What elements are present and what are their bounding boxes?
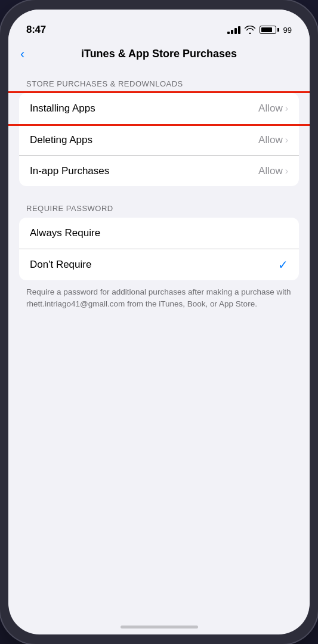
installing-apps-chevron-icon: › — [285, 103, 288, 114]
store-settings-group: Installing Apps Allow › Deleting Apps Al… — [19, 93, 299, 186]
inapp-purchases-chevron-icon: › — [285, 166, 288, 177]
dont-require-row[interactable]: Don't Require ✓ — [19, 249, 299, 280]
back-button[interactable]: ‹ — [20, 47, 24, 62]
settings-content[interactable]: STORE PURCHASES & REDOWNLOADS Installing… — [8, 67, 310, 634]
inapp-purchases-row[interactable]: In-app Purchases Allow › — [19, 155, 299, 186]
store-section-header: STORE PURCHASES & REDOWNLOADS — [8, 79, 310, 88]
status-bar: 8:47 99 — [8, 10, 310, 43]
deleting-apps-value: Allow › — [258, 134, 288, 146]
installing-apps-label: Installing Apps — [30, 103, 95, 114]
always-require-label: Always Require — [30, 227, 100, 239]
require-password-section: REQUIRE PASSWORD Always Require Don't Re… — [8, 204, 310, 311]
home-indicator — [121, 626, 198, 628]
installing-apps-status: Allow — [258, 103, 283, 114]
status-icons: 99 — [227, 26, 292, 35]
navigation-header: ‹ iTunes & App Store Purchases — [8, 43, 310, 67]
password-settings-group: Always Require Don't Require ✓ — [19, 218, 299, 280]
dont-require-label: Don't Require — [30, 259, 91, 271]
deleting-apps-status: Allow — [258, 134, 283, 146]
deleting-apps-row[interactable]: Deleting Apps Allow › — [19, 124, 299, 155]
phone-screen: 8:47 99 — [8, 10, 310, 634]
inapp-purchases-value: Allow › — [258, 165, 288, 177]
dont-require-checkmark-icon: ✓ — [278, 258, 288, 272]
signal-icon — [227, 26, 240, 34]
inapp-purchases-label: In-app Purchases — [30, 165, 109, 177]
battery-level: 99 — [283, 26, 292, 35]
wifi-icon — [245, 26, 255, 34]
installing-apps-row[interactable]: Installing Apps Allow › — [19, 93, 299, 124]
password-section-header: REQUIRE PASSWORD — [8, 204, 310, 213]
back-chevron-icon: ‹ — [20, 47, 24, 62]
always-require-row[interactable]: Always Require — [19, 218, 299, 249]
deleting-apps-chevron-icon: › — [285, 135, 288, 145]
installing-apps-value: Allow › — [258, 103, 288, 114]
battery-icon — [260, 26, 279, 34]
password-description: Require a password for additional purcha… — [8, 280, 310, 311]
inapp-purchases-status: Allow — [258, 165, 283, 177]
status-time: 8:47 — [26, 24, 46, 36]
phone-frame: 8:47 99 — [0, 0, 318, 644]
page-title: iTunes & App Store Purchases — [81, 48, 237, 60]
store-purchases-section: STORE PURCHASES & REDOWNLOADS Installing… — [8, 79, 310, 186]
deleting-apps-label: Deleting Apps — [30, 134, 92, 146]
